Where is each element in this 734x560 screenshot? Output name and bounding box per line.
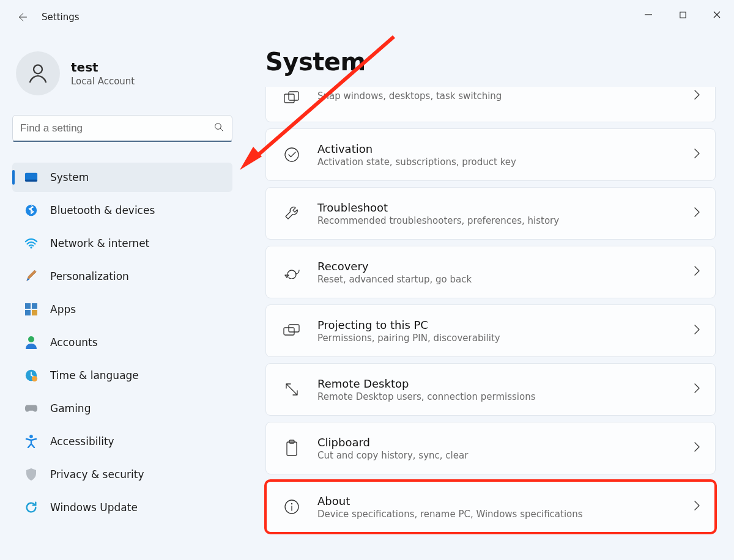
svg-rect-20: [287, 442, 297, 455]
nav-item-privacy[interactable]: Privacy & security: [12, 460, 232, 489]
nav-item-time-language[interactable]: Time & language: [12, 361, 232, 390]
nav-label: System: [50, 171, 89, 183]
svg-point-14: [29, 435, 33, 438]
gamepad-icon: [24, 402, 38, 415]
user-icon: [26, 61, 50, 86]
nav-label: Gaming: [50, 402, 91, 414]
nav-label: Accessibility: [50, 435, 114, 448]
svg-rect-9: [25, 310, 31, 315]
svg-point-13: [32, 376, 37, 381]
chevron-right-icon: [693, 265, 700, 279]
svg-rect-0: [680, 12, 685, 17]
svg-point-23: [291, 503, 292, 504]
nav-item-apps[interactable]: Apps: [12, 295, 232, 324]
card-recovery[interactable]: Recovery Reset, advanced startup, go bac…: [265, 246, 716, 298]
info-icon: [283, 498, 300, 515]
card-troubleshoot[interactable]: Troubleshoot Recommended troubleshooters…: [265, 187, 716, 240]
card-remote-desktop[interactable]: Remote Desktop Remote Desktop users, con…: [265, 363, 716, 416]
close-button[interactable]: [700, 0, 734, 29]
svg-rect-7: [25, 303, 31, 309]
nav-label: Personalization: [50, 270, 129, 282]
wifi-icon: [24, 237, 38, 250]
clock-globe-icon: [24, 369, 38, 382]
svg-rect-16: [289, 92, 298, 100]
window-controls: [631, 0, 734, 29]
card-title: Remote Desktop: [317, 377, 693, 390]
card-sub: Remote Desktop users, connection permiss…: [317, 391, 693, 402]
nav-item-personalization[interactable]: Personalization: [12, 262, 232, 291]
card-title: Activation: [317, 142, 693, 155]
card-clipboard[interactable]: Clipboard Cut and copy history, sync, cl…: [265, 422, 716, 474]
card-title: Projecting to this PC: [317, 319, 693, 331]
search-underline: [13, 141, 232, 142]
accessibility-icon: [24, 435, 38, 448]
maximize-button[interactable]: [665, 0, 700, 29]
check-circle-icon: [283, 146, 300, 163]
avatar: [16, 51, 60, 95]
svg-marker-25: [240, 147, 262, 170]
nav-label: Bluetooth & devices: [50, 204, 155, 216]
wrench-icon: [283, 205, 300, 222]
display-icon: [24, 171, 38, 184]
search-input[interactable]: [20, 122, 205, 134]
nav-item-bluetooth[interactable]: Bluetooth & devices: [12, 196, 232, 225]
svg-point-11: [28, 336, 34, 342]
card-about[interactable]: About Device specifications, rename PC, …: [265, 481, 716, 533]
card-title: Troubleshoot: [317, 201, 693, 214]
chevron-right-icon: [693, 207, 700, 220]
chevron-right-icon: [693, 324, 700, 337]
nav-label: Accounts: [50, 336, 98, 348]
minimize-button[interactable]: [631, 0, 665, 29]
nav-item-accessibility[interactable]: Accessibility: [12, 427, 232, 456]
nav-item-accounts[interactable]: Accounts: [12, 328, 232, 357]
card-sub: Snap windows, desktops, task switching: [317, 90, 693, 101]
person-icon: [24, 336, 38, 349]
card-sub: Cut and copy history, sync, clear: [317, 450, 693, 461]
chevron-right-icon: [693, 148, 700, 161]
shield-icon: [24, 468, 38, 481]
chevron-right-icon: [693, 89, 700, 103]
main-panel: System Snap windows, desktops, task swit…: [265, 48, 716, 533]
chevron-right-icon: [693, 441, 700, 455]
nav-label: Network & internet: [50, 237, 149, 249]
nav-item-system[interactable]: System: [12, 163, 232, 192]
paintbrush-icon: [24, 270, 38, 283]
svg-rect-4: [25, 180, 37, 182]
nav-item-gaming[interactable]: Gaming: [12, 394, 232, 423]
card-projecting[interactable]: Projecting to this PC Permissions, pairi…: [265, 304, 716, 357]
recovery-icon: [283, 263, 300, 281]
svg-rect-3: [25, 173, 37, 181]
titlebar: Settings: [0, 0, 734, 34]
nav-label: Windows Update: [50, 501, 138, 514]
svg-rect-10: [32, 310, 37, 315]
card-sub: Device specifications, rename PC, Window…: [317, 509, 693, 520]
apps-icon: [24, 303, 38, 316]
card-multitasking[interactable]: Snap windows, desktops, task switching: [265, 87, 716, 122]
projecting-icon: [283, 322, 300, 339]
nav-list: System Bluetooth & devices Network & int…: [12, 163, 232, 522]
clipboard-icon: [283, 440, 300, 457]
multitasking-icon: [283, 89, 300, 106]
card-activation[interactable]: Activation Activation state, subscriptio…: [265, 128, 716, 181]
nav-label: Time & language: [50, 369, 139, 381]
account-block[interactable]: test Local Account: [12, 48, 232, 111]
nav-item-windows-update[interactable]: Windows Update: [12, 493, 232, 522]
search-box[interactable]: [12, 115, 232, 142]
window-title: Settings: [42, 12, 80, 23]
svg-rect-15: [284, 94, 294, 103]
back-button[interactable]: [15, 10, 29, 24]
account-name: test: [71, 60, 135, 75]
page-title: System: [265, 48, 716, 76]
card-sub: Recommended troubleshooters, preferences…: [317, 215, 693, 226]
bluetooth-icon: [24, 204, 38, 217]
card-title: About: [317, 495, 693, 507]
nav-item-network[interactable]: Network & internet: [12, 229, 232, 258]
nav-label: Apps: [50, 303, 76, 315]
remote-desktop-icon: [283, 381, 300, 398]
account-text: test Local Account: [71, 60, 135, 87]
svg-point-1: [34, 65, 42, 73]
chevron-right-icon: [693, 500, 700, 514]
search-icon: [213, 122, 224, 135]
nav-label: Privacy & security: [50, 468, 144, 481]
card-title: Recovery: [317, 260, 693, 273]
